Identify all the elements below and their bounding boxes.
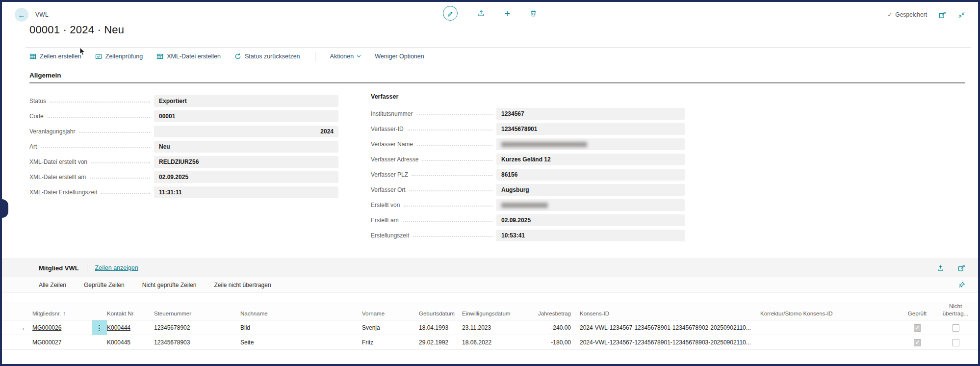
table-gap [2, 293, 978, 301]
reset-circular-arrow-icon [234, 53, 241, 60]
view-nicht-gepruefte-zeilen[interactable]: Nicht geprüfte Zeilen [142, 282, 197, 288]
cell-kontakt[interactable]: K000445 [107, 339, 154, 346]
share-button[interactable] [477, 9, 485, 17]
field-value[interactable]: Kurzes Geländ 12 [496, 154, 685, 165]
field-value[interactable]: 12345678901 [496, 123, 685, 135]
field-value[interactable]: 1234567 [496, 108, 685, 120]
action-zeilen-erstellen[interactable]: Zeilen erstellen [29, 53, 81, 60]
delete-button[interactable] [530, 10, 537, 17]
cell-kontakt[interactable]: K000444 [107, 324, 130, 331]
col-header-mitgliedsnr[interactable]: Mitgliedsnr.↑ [32, 310, 92, 317]
dotted-leader [408, 125, 492, 131]
field-value[interactable]: Augsburg [496, 184, 685, 196]
action-label: Zeilenprüfung [105, 53, 143, 60]
popout-icon [958, 264, 965, 272]
plus-icon: + [505, 9, 510, 18]
action-status-zuruecksetzen[interactable]: Status zurücksetzen [234, 53, 300, 60]
section-heading[interactable]: Allgemein [29, 72, 965, 83]
cell-steuernummer[interactable]: 12345678903 [154, 339, 240, 346]
filter-pin-button[interactable] [958, 281, 965, 288]
part-title: Mitglied VWL [39, 264, 79, 272]
collapse-window-button[interactable] [958, 11, 965, 19]
nicht-uebertragen-checkbox[interactable] [952, 339, 959, 346]
cell-geburtsdatum[interactable]: 18.04.1993 [419, 324, 462, 331]
col-header-vorname[interactable]: Vorname [362, 310, 419, 317]
field-verfasser-adresse: Verfasser Adresse Kurzes Geländ 12 [371, 152, 685, 167]
field-value[interactable]: 86156 [496, 169, 685, 181]
col-header-korrektur-storno[interactable]: Korrektur/Storno Konsens-ID [760, 310, 898, 317]
field-erstellt-von: Erstellt von [371, 197, 685, 212]
field-art: Art Neu [29, 139, 338, 154]
view-gepruefte-zeilen[interactable]: Geprüfte Zeilen [84, 282, 125, 288]
col-header-einwilligungsdatum[interactable]: Einwilligungsdatum [462, 310, 521, 317]
dotted-leader [410, 186, 492, 191]
row-options-button[interactable]: ⋮ [92, 320, 107, 335]
dotted-leader [404, 201, 492, 207]
cell-jahresbetrag[interactable]: -180,00 [521, 339, 580, 346]
field-value[interactable]: RELDZIURZ56 [154, 156, 338, 168]
verfasser-heading: Verfasser [371, 93, 685, 106]
field-value-redacted[interactable] [496, 138, 685, 150]
field-value[interactable]: Neu [154, 141, 338, 153]
cell-vorname[interactable]: Svenja [362, 324, 419, 331]
table-grid-icon [156, 53, 163, 60]
field-value[interactable]: 10:53:41 [496, 230, 685, 241]
field-value[interactable]: 2024 [154, 126, 338, 137]
cell-einwilligungsdatum[interactable]: 18.06.2022 [462, 339, 521, 346]
field-status: Status Exportiert [29, 93, 338, 108]
field-value[interactable]: 02.09.2025 [154, 171, 338, 183]
chevron-down-icon [357, 55, 361, 58]
field-value-redacted[interactable] [496, 199, 685, 211]
action-xml-datei-erstellen[interactable]: XML-Datei erstellen [156, 53, 221, 60]
open-in-new-window-button[interactable] [939, 11, 946, 19]
view-zeile-nicht-uebertragen[interactable]: Zeile nicht übertragen [214, 282, 271, 288]
page-title: 00001 · 2024 · Neu [29, 24, 978, 36]
geprueft-checkbox[interactable] [914, 324, 921, 332]
weniger-optionen-button[interactable]: Weniger Optionen [375, 53, 424, 60]
cell-geburtsdatum[interactable]: 29.02.1992 [419, 339, 462, 346]
cell-vorname[interactable]: Fritz [362, 339, 419, 346]
nicht-uebertragen-checkbox[interactable] [952, 324, 959, 332]
cell-mitgliedsnr[interactable]: MG000026 [32, 324, 61, 331]
cell-nachname[interactable]: Seite [240, 339, 362, 346]
field-verfasser-ort: Verfasser Ort Augsburg [371, 182, 685, 197]
cell-einwilligungsdatum[interactable]: 23.11.2023 [462, 324, 521, 331]
cell-konsens-id[interactable]: 2024-VWL-1234567-12345678901-12345678902… [580, 324, 760, 331]
field-value[interactable]: 02.09.2025 [496, 214, 685, 226]
back-button[interactable]: ← [15, 8, 28, 22]
cell-steuernummer[interactable]: 12345678902 [154, 324, 240, 331]
col-header-geprueft[interactable]: Geprüft [898, 310, 937, 317]
zeilen-anzeigen-link[interactable]: Zeilen anzeigen [95, 264, 138, 271]
cell-mitgliedsnr[interactable]: MG000027 [32, 339, 92, 346]
col-header-geburtsdatum[interactable]: Geburtsdatum [419, 310, 462, 317]
action-zeilenpruefung[interactable]: Zeilenprüfung [95, 53, 143, 60]
field-label: Status [29, 98, 46, 105]
geprueft-checkbox[interactable] [914, 339, 921, 346]
dotted-leader [416, 110, 492, 115]
dotted-leader [90, 173, 150, 179]
field-value[interactable]: 11:31:11 [154, 186, 338, 198]
cell-nachname[interactable]: Bild [240, 324, 362, 331]
col-header-nachname[interactable]: Nachname [240, 310, 362, 317]
action-label: Status zurücksetzen [245, 53, 300, 60]
field-value[interactable]: Exportiert [154, 95, 338, 107]
field-label: Verfasser Ort [371, 186, 406, 193]
blurred-value [501, 142, 587, 147]
part-popout-button[interactable] [958, 264, 965, 272]
part-share-button[interactable] [937, 264, 944, 272]
col-header-steuernummer[interactable]: Steuernummer [154, 310, 240, 317]
share-icon [477, 9, 485, 17]
aktionen-menu[interactable]: Aktionen [330, 53, 361, 60]
row-options-button[interactable] [92, 335, 107, 350]
side-panel-handle[interactable] [2, 199, 8, 218]
edit-button[interactable] [443, 6, 458, 21]
field-value[interactable]: 00001 [154, 110, 338, 122]
col-header-nicht-uebertragen[interactable]: Nicht übertrag... [937, 303, 974, 317]
cell-jahresbetrag[interactable]: -240.00 [521, 324, 580, 331]
col-header-konsens-id[interactable]: Konsens-ID [580, 310, 760, 317]
col-header-jahresbetrag[interactable]: Jahresbetrag [521, 310, 580, 317]
new-record-button[interactable]: + [505, 9, 510, 18]
col-header-kontakt[interactable]: Kontakt Nr. [107, 310, 154, 317]
view-alle-zeilen[interactable]: Alle Zeilen [39, 282, 66, 288]
cell-konsens-id[interactable]: 2024-VWL-1234567-12345678901-12345678903… [580, 339, 760, 346]
